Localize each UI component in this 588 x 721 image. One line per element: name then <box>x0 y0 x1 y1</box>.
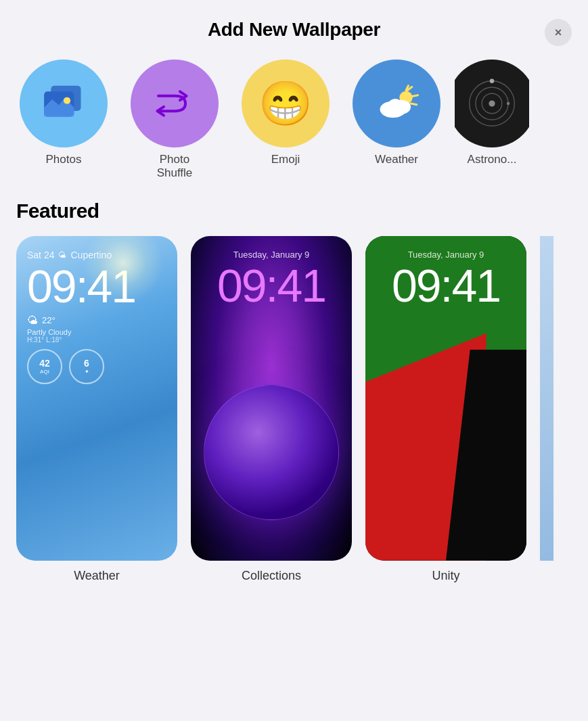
partial-wallpaper-bg <box>540 236 553 561</box>
weather-range: H:31° L:18° <box>27 336 166 344</box>
wallpaper-item-unity[interactable]: Tuesday, January 9 09:41 Unity <box>365 236 526 583</box>
unity-wallpaper-preview: Tuesday, January 9 09:41 <box>365 236 526 561</box>
photos-label: Photos <box>46 153 82 166</box>
svg-point-15 <box>490 78 494 83</box>
close-icon: × <box>555 26 562 40</box>
astronomy-icon <box>467 78 517 129</box>
photo-shuffle-circle <box>131 60 219 147</box>
weather-top-row: Sat 24 🌤 Cupertino <box>27 250 166 260</box>
weather-temp-icon: 🌤 <box>27 315 38 327</box>
featured-title: Featured <box>16 200 572 223</box>
shuffle-icon <box>153 87 196 120</box>
modal-title: Add New Wallpaper <box>208 19 380 41</box>
add-wallpaper-modal: Add New Wallpaper × Photos <box>0 0 588 721</box>
weather-widgets-row: 42 AQI 6 ✦ <box>27 349 166 384</box>
category-row: Photos PhotoShuffle 😁 Em <box>0 51 588 194</box>
unity-date: Tuesday, January 9 <box>408 250 484 260</box>
aqi-widget: 42 AQI <box>27 349 62 384</box>
stars-value: 6 <box>84 358 89 369</box>
weather-circle <box>353 60 440 147</box>
weather-desc: Partly Cloudy <box>27 328 166 336</box>
close-button[interactable]: × <box>545 19 572 46</box>
svg-line-4 <box>412 95 418 97</box>
unity-wallpaper-name: Unity <box>432 569 459 583</box>
photos-circle <box>20 60 108 147</box>
weather-temp: 22° <box>42 315 55 325</box>
category-emoji[interactable]: 😁 Emoji <box>233 60 338 166</box>
wallpaper-item-partial[interactable] <box>540 236 553 583</box>
partial-wallpaper-preview <box>540 236 553 561</box>
category-photo-shuffle[interactable]: PhotoShuffle <box>122 60 227 181</box>
svg-line-5 <box>411 103 417 105</box>
astronomy-circle <box>455 60 529 147</box>
weather-wallpaper-name: Weather <box>74 569 120 583</box>
svg-point-10 <box>388 99 403 111</box>
wallpaper-row: Sat 24 🌤 Cupertino 09:41 🌤 22° Partly Cl… <box>16 236 572 583</box>
svg-point-16 <box>507 102 510 106</box>
weather-label: Weather <box>375 153 418 166</box>
aqi-value: 42 <box>39 358 50 369</box>
weather-wallpaper-bg: Sat 24 🌤 Cupertino 09:41 🌤 22° Partly Cl… <box>16 236 177 561</box>
orb-decoration <box>204 385 339 520</box>
collections-time: 09:41 <box>217 262 325 308</box>
aqi-label: AQI <box>40 369 49 375</box>
featured-section: Featured Sat 24 🌤 Cupertino 09:41 🌤 <box>0 194 588 599</box>
collections-wallpaper-preview: Tuesday, January 9 09:41 <box>191 236 352 561</box>
unity-time: 09:41 <box>392 262 500 308</box>
stars-icon: ✦ <box>85 369 89 375</box>
weather-date: Sat 24 <box>27 250 54 260</box>
svg-point-14 <box>489 100 495 106</box>
weather-wallpaper-preview: Sat 24 🌤 Cupertino 09:41 🌤 22° Partly Cl… <box>16 236 177 561</box>
astronomy-label: Astrono... <box>468 153 517 166</box>
photos-icon <box>41 83 87 124</box>
wallpaper-item-weather[interactable]: Sat 24 🌤 Cupertino 09:41 🌤 22° Partly Cl… <box>16 236 177 583</box>
weather-info-row: 🌤 22° <box>27 315 166 327</box>
modal-header: Add New Wallpaper × <box>0 0 588 51</box>
category-photos[interactable]: Photos <box>11 60 116 166</box>
unity-text-area: Tuesday, January 9 09:41 <box>392 250 500 308</box>
weather-location: Cupertino <box>70 250 112 260</box>
wallpaper-item-collections[interactable]: Tuesday, January 9 09:41 Collections <box>191 236 352 583</box>
category-astronomy[interactable]: Astrono... <box>455 60 529 166</box>
collections-date: Tuesday, January 9 <box>233 250 310 260</box>
emoji-label: Emoji <box>271 153 300 166</box>
collections-wallpaper-name: Collections <box>242 569 301 583</box>
photo-shuffle-label: PhotoShuffle <box>157 153 193 181</box>
collections-wallpaper-bg: Tuesday, January 9 09:41 <box>191 236 352 561</box>
weather-icon-small: 🌤 <box>58 250 66 260</box>
emoji-circle: 😁 <box>242 60 330 147</box>
svg-point-2 <box>64 97 70 104</box>
stars-widget: 6 ✦ <box>69 349 104 384</box>
category-weather[interactable]: Weather <box>344 60 449 166</box>
emoji-icon: 😁 <box>258 82 313 125</box>
weather-icon <box>373 83 420 124</box>
unity-wallpaper-bg: Tuesday, January 9 09:41 <box>365 236 526 561</box>
